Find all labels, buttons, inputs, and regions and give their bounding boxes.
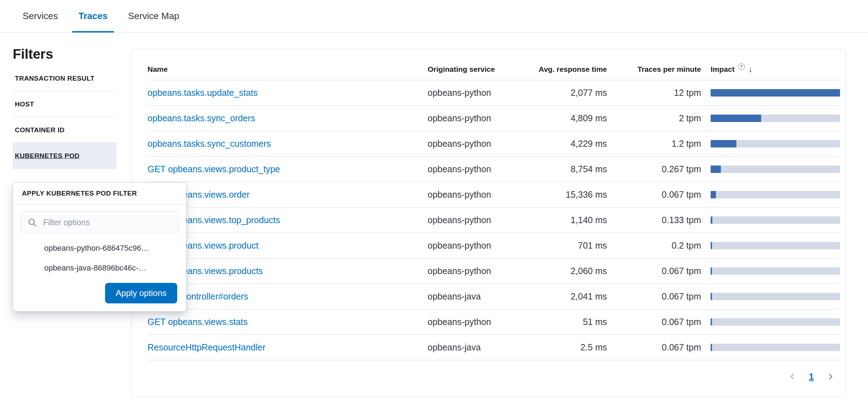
- filter-section-transaction-result[interactable]: TRANSACTION RESULT: [13, 65, 116, 91]
- column-header-service[interactable]: Originating service: [428, 65, 534, 74]
- impact-bar: [711, 89, 840, 97]
- column-header-impact[interactable]: Impact ? ↓: [701, 64, 840, 74]
- tpm-cell: 1.2 tpm: [607, 139, 701, 149]
- table-row: GET opbeans.views.statsopbeans-python51 …: [147, 309, 839, 335]
- name-cell: opbeans.tasks.update_stats: [147, 88, 428, 98]
- column-header-tpm[interactable]: Traces per minute: [607, 65, 701, 74]
- table-row: opbeans.tasks.sync_ordersopbeans-python4…: [147, 106, 839, 131]
- info-icon[interactable]: ?: [738, 63, 745, 70]
- avg-response-cell: 15,336 ms: [534, 190, 607, 200]
- service-cell: opbeans-python: [428, 266, 534, 276]
- tpm-cell: 0.067 tpm: [607, 291, 701, 302]
- popover-title: APPLY KUBERNETES POD FILTER: [13, 183, 186, 204]
- filter-section-kubernetes-pod[interactable]: KUBERNETES POD: [13, 143, 116, 169]
- impact-cell: [701, 242, 840, 249]
- trace-link[interactable]: GET opbeans.views.top_products: [147, 215, 428, 225]
- impact-bar-fill: [711, 191, 716, 198]
- tab-services[interactable]: Services: [16, 0, 64, 32]
- service-cell: opbeans-java: [428, 291, 534, 302]
- impact-cell: [701, 216, 840, 224]
- tab-traces[interactable]: Traces: [72, 0, 114, 32]
- tpm-cell: 2 tpm: [607, 113, 701, 123]
- impact-cell: [701, 344, 840, 351]
- avg-response-cell: 2,041 ms: [534, 291, 607, 302]
- impact-bar: [711, 242, 840, 249]
- trace-link[interactable]: GET opbeans.views.product: [147, 240, 428, 251]
- avg-response-cell: 4,229 ms: [534, 139, 607, 149]
- chevron-left-icon[interactable]: [788, 372, 797, 381]
- apply-options-button[interactable]: Apply options: [105, 283, 177, 303]
- popover-footer: Apply options: [13, 279, 186, 311]
- tpm-cell: 0.067 tpm: [607, 342, 701, 353]
- service-cell: opbeans-python: [428, 113, 534, 123]
- name-cell: GET opbeans.views.stats: [147, 317, 428, 327]
- service-cell: opbeans-python: [428, 88, 534, 98]
- column-header-avg-response[interactable]: Avg. response time: [534, 65, 607, 74]
- tpm-cell: 0.067 tpm: [607, 266, 701, 276]
- impact-bar: [711, 191, 840, 198]
- trace-link[interactable]: GET opbeans.views.order: [147, 190, 428, 200]
- filters-sidebar: Filters TRANSACTION RESULTHOSTCONTAINER …: [13, 47, 116, 169]
- filter-options-list: opbeans-python-686475c96…opbeans-java-86…: [13, 236, 186, 279]
- tab-service-map[interactable]: Service Map: [122, 0, 186, 32]
- pagination: 1: [147, 366, 839, 387]
- table-row: opbeans.tasks.update_statsopbeans-python…: [147, 80, 839, 106]
- impact-bar-fill: [711, 216, 712, 224]
- avg-response-cell: 2.5 ms: [534, 342, 607, 353]
- impact-bar: [711, 165, 840, 173]
- impact-bar: [711, 293, 840, 300]
- filter-section-host[interactable]: HOST: [13, 91, 116, 117]
- impact-cell: [701, 267, 840, 275]
- trace-link[interactable]: APIRestController#orders: [147, 291, 428, 302]
- table-row: GET opbeans.views.productsopbeans-python…: [147, 258, 839, 284]
- impact-cell: [701, 115, 840, 122]
- impact-bar-fill: [711, 140, 736, 147]
- filter-section-container-id[interactable]: CONTAINER ID: [13, 117, 116, 143]
- name-cell: GET opbeans.views.product: [147, 240, 428, 251]
- column-header-name[interactable]: Name: [147, 65, 428, 74]
- impact-bar-fill: [711, 344, 712, 351]
- filters-title: Filters: [13, 47, 116, 62]
- table-row: APIRestController#ordersopbeans-java2,04…: [147, 284, 839, 309]
- tpm-cell: 0.067 tpm: [607, 317, 701, 327]
- sort-desc-icon[interactable]: ↓: [748, 64, 753, 74]
- filter-options-input[interactable]: [21, 211, 178, 233]
- impact-bar-fill: [711, 165, 721, 173]
- service-cell: opbeans-java: [428, 342, 534, 353]
- name-cell: opbeans.tasks.sync_customers: [147, 139, 428, 149]
- tpm-cell: 0.133 tpm: [607, 215, 701, 225]
- table-row: GET opbeans.views.product_typeopbeans-py…: [147, 157, 839, 182]
- trace-link[interactable]: opbeans.tasks.update_stats: [147, 88, 428, 98]
- traces-panel: Name Originating service Avg. response t…: [132, 49, 846, 397]
- name-cell: opbeans.tasks.sync_orders: [147, 113, 428, 123]
- avg-response-cell: 1,140 ms: [534, 215, 607, 225]
- impact-label: Impact: [711, 65, 735, 74]
- impact-bar-fill: [711, 89, 840, 97]
- trace-link[interactable]: GET opbeans.views.product_type: [147, 164, 428, 174]
- trace-link[interactable]: GET opbeans.views.stats: [147, 317, 428, 327]
- filter-search: [21, 211, 178, 233]
- impact-cell: [701, 191, 840, 198]
- impact-bar: [711, 318, 840, 326]
- filter-option[interactable]: opbeans-java-86896bc46c-…: [13, 258, 186, 278]
- impact-cell: [701, 318, 840, 326]
- impact-bar-fill: [711, 318, 712, 326]
- trace-link[interactable]: ResourceHttpRequestHandler: [147, 342, 428, 353]
- trace-link[interactable]: opbeans.tasks.sync_customers: [147, 139, 428, 149]
- impact-cell: [701, 140, 840, 147]
- impact-cell: [701, 165, 840, 173]
- impact-cell: [701, 89, 840, 97]
- trace-link[interactable]: GET opbeans.views.products: [147, 266, 428, 276]
- name-cell: GET opbeans.views.product_type: [147, 164, 428, 174]
- impact-bar: [711, 115, 840, 122]
- impact-bar-fill: [711, 242, 712, 249]
- chevron-right-icon[interactable]: [826, 372, 835, 381]
- impact-bar-fill: [711, 115, 761, 122]
- page-number[interactable]: 1: [809, 371, 814, 382]
- filter-option[interactable]: opbeans-python-686475c96…: [13, 238, 186, 258]
- table-header: Name Originating service Avg. response t…: [147, 58, 839, 80]
- kubernetes-pod-filter-popover: APPLY KUBERNETES POD FILTER opbeans-pyth…: [13, 182, 186, 312]
- name-cell: GET opbeans.views.order: [147, 190, 428, 200]
- service-cell: opbeans-python: [428, 240, 534, 251]
- trace-link[interactable]: opbeans.tasks.sync_orders: [147, 113, 428, 123]
